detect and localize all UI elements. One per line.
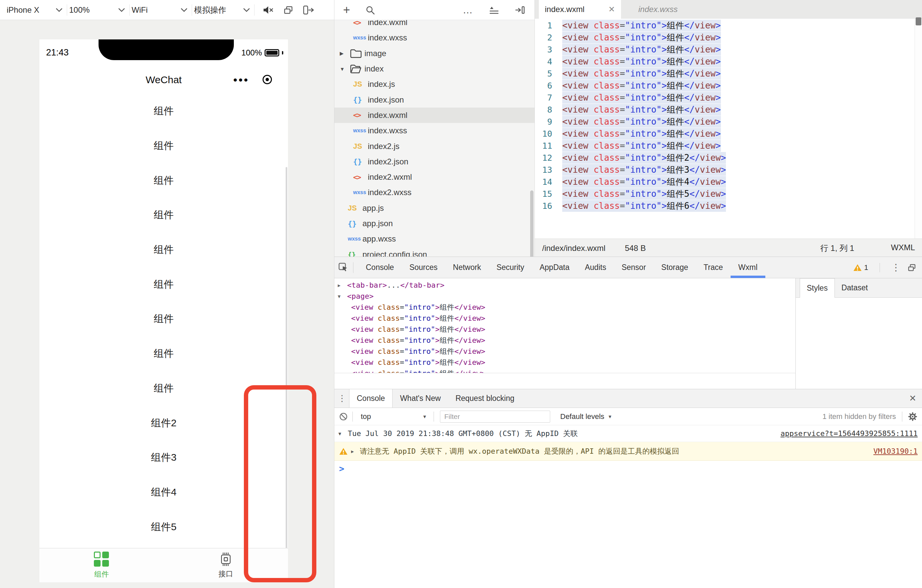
clear-console-icon[interactable] (339, 412, 348, 421)
code-line-8: 8<view class="intro">组件</view> (535, 104, 915, 116)
tree-row-index.json[interactable]: {}index.json (334, 92, 535, 107)
console-settings-icon[interactable] (908, 412, 917, 421)
menu-dots-icon[interactable]: ••• (233, 74, 249, 87)
search-icon[interactable] (365, 5, 375, 15)
console-tab-What's New[interactable]: What's New (392, 389, 448, 408)
tree-row-app.wxss[interactable]: wxssapp.wxss (334, 231, 535, 247)
mute-button[interactable] (263, 5, 274, 15)
console-prompt-row[interactable]: > (334, 461, 922, 477)
code-area[interactable]: 1<view class="intro">组件</view>2<view cla… (535, 20, 915, 212)
element-node-view-4[interactable]: <view class="intro">组件</view> (338, 335, 795, 346)
list-item[interactable]: 组件 (39, 129, 288, 163)
tab-index-wxml[interactable]: index.wxml ✕ (539, 0, 621, 19)
add-file-icon[interactable]: + (343, 4, 350, 16)
tree-row-index.wxss[interactable]: wxssindex.wxss (334, 123, 535, 138)
element-node-view-3[interactable]: <view class="intro">组件</view> (338, 324, 795, 335)
folder-open-arrow[interactable]: ▼ (340, 66, 350, 72)
element-node-tabbar[interactable]: ▶<tab-bar>...</tab-bar> (338, 279, 795, 291)
console-message-1: ▼Tue Jul 30 2019 21:38:48 GMT+0800 (CST)… (334, 425, 922, 442)
language-mode[interactable]: WXML (891, 243, 915, 253)
source-link[interactable]: VM103190:1 (873, 447, 918, 456)
tab-index-wxss[interactable]: index.wxss (634, 0, 682, 19)
toolbar-dropdown-4[interactable]: 模拟操作 (192, 0, 254, 20)
tree-row-app.json[interactable]: {}app.json (334, 216, 535, 231)
expand-arrow[interactable]: ▶ (351, 449, 360, 454)
list-item[interactable]: 组件 (39, 267, 288, 302)
list-item[interactable]: 组件 (39, 94, 288, 129)
element-node-page[interactable]: ▼<page> (338, 291, 795, 302)
tree-row-index.wxss[interactable]: wxssindex.wxss (334, 30, 535, 46)
file-tree-scrollbar[interactable] (530, 190, 533, 256)
console-kebab-icon[interactable]: ⋮ (338, 393, 349, 403)
editor-scrollbar-thumb[interactable] (915, 17, 921, 25)
console-drawer: ⋮ ConsoleWhat's NewRequest blocking ✕ to… (334, 389, 922, 588)
devtools-tab-Sensor[interactable]: Sensor (614, 257, 654, 278)
tree-row-project.config.json[interactable]: {}project.config.json (334, 247, 535, 256)
folder-closed-arrow[interactable]: ▶ (340, 51, 350, 56)
element-node-view-7[interactable]: <view class="intro">组件</view> (338, 368, 795, 373)
devtools-tab-Security[interactable]: Security (489, 257, 532, 278)
more-icon[interactable]: … (463, 8, 473, 12)
tree-row-index2.json[interactable]: {}index2.json (334, 154, 535, 169)
close-icon[interactable]: ✕ (608, 5, 615, 14)
tree-row-app.js[interactable]: JSapp.js (334, 201, 535, 216)
tree-row-index.js[interactable]: JSindex.js (334, 77, 535, 92)
file-icon-wxml: <> (353, 111, 368, 119)
tree-row-index.wxml[interactable]: <>index.wxml (334, 108, 535, 123)
filter-input[interactable] (440, 411, 550, 423)
editor-scrollbar-track[interactable] (915, 19, 922, 238)
warning-count-badge[interactable]: 1 (853, 263, 868, 272)
log-levels-selector[interactable]: Default levels ▼ (560, 412, 612, 421)
tree-row-index2.wxml[interactable]: <>index2.wxml (334, 169, 535, 185)
tree-row-index2.wxss[interactable]: wxssindex2.wxss (334, 185, 535, 200)
source-link[interactable]: appservice?t=1564493925855:1111 (780, 429, 918, 438)
file-name: index.wxss (368, 33, 407, 42)
toolbar-dropdown-3[interactable]: WiFi (130, 0, 192, 20)
list-item[interactable]: 组件 (39, 336, 288, 371)
devtools-tab-Wxml[interactable]: Wxml (731, 257, 765, 278)
editor-tab-bar: index.wxml ✕ index.wxss (535, 0, 922, 19)
close-console-icon[interactable]: ✕ (909, 393, 916, 403)
code-text: <view class="intro">组件6</view> (562, 200, 726, 212)
dropdown-label: WiFi (132, 5, 148, 15)
list-item[interactable]: 组件 (39, 163, 288, 198)
sidebar-tab-Styles[interactable]: Styles (800, 278, 835, 298)
toolbar-dropdown-1[interactable]: iPhone X (5, 0, 67, 20)
code-line-15: 15<view class="intro">组件5</view> (535, 188, 915, 200)
tree-row-image[interactable]: ▶image (334, 46, 535, 61)
element-node-view-2[interactable]: <view class="intro">组件</view> (338, 313, 795, 324)
devtools-tab-Storage[interactable]: Storage (654, 257, 696, 278)
list-item[interactable]: 组件 (39, 232, 288, 267)
windows-button[interactable] (283, 5, 293, 15)
context-selector[interactable]: top ▼ (358, 412, 429, 421)
sidebar-tab-Dataset[interactable]: Dataset (835, 278, 875, 297)
element-node-view-5[interactable]: <view class="intro">组件</view> (338, 346, 795, 357)
inspect-icon[interactable] (338, 263, 348, 273)
element-node-view-1[interactable]: <view class="intro">组件</view> (338, 302, 795, 313)
element-node-view-6[interactable]: <view class="intro">组件</view> (338, 357, 795, 368)
expand-arrow[interactable]: ▼ (338, 431, 348, 436)
devtools-tab-Trace[interactable]: Trace (696, 257, 731, 278)
devtools-tab-Console[interactable]: Console (358, 257, 402, 278)
tree-row-index2.js[interactable]: JSindex2.js (334, 138, 535, 154)
dock-side-icon[interactable] (907, 263, 917, 272)
console-tab-Request blocking[interactable]: Request blocking (448, 389, 521, 408)
exit-button[interactable] (302, 5, 314, 15)
tabbar-item-组件[interactable]: 组件 (39, 549, 164, 582)
chevron-down-icon (118, 7, 125, 13)
devtools-tab-AppData[interactable]: AppData (532, 257, 577, 278)
api-chip-icon (219, 552, 233, 567)
kebab-menu-icon[interactable]: ⋮ (891, 263, 901, 272)
toolbar-dropdown-2[interactable]: 100% (67, 0, 129, 20)
tree-row-index[interactable]: ▼index (334, 61, 535, 77)
devtools-tab-Network[interactable]: Network (445, 257, 489, 278)
devtools-tab-Sources[interactable]: Sources (402, 257, 445, 278)
capsule-close-icon[interactable] (263, 75, 272, 84)
list-item[interactable]: 组件 (39, 198, 288, 232)
file-icon-config: {} (348, 251, 363, 256)
sort-icon[interactable] (489, 6, 499, 15)
list-item[interactable]: 组件 (39, 302, 288, 336)
collapse-panel-icon[interactable] (515, 6, 525, 15)
console-tab-Console[interactable]: Console (349, 389, 392, 408)
devtools-tab-Audits[interactable]: Audits (577, 257, 614, 278)
